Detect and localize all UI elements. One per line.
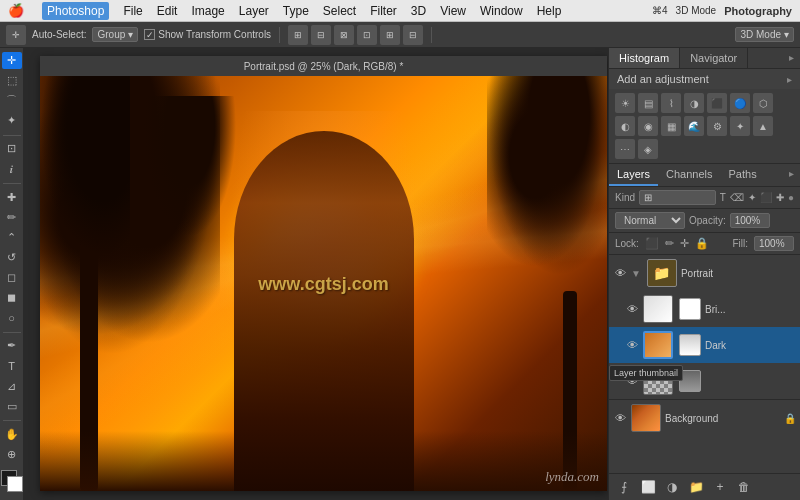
workspace-label[interactable]: Photography [724,5,792,17]
tab-histogram[interactable]: Histogram [609,48,680,68]
add-style-btn[interactable]: ⨍ [615,478,633,496]
adjustments-header: Add an adjustment ▸ [609,69,800,89]
blend-mode-select[interactable]: Normal [615,212,685,229]
adj-colorlookup-icon[interactable]: 🌊 [684,116,704,136]
layer-bg-name: Background [665,413,780,424]
panel-menu-arrow[interactable]: ▸ [783,48,800,68]
blend-opacity-row: Normal Opacity: 100% [609,209,800,233]
add-fill-btn[interactable]: ◑ [663,478,681,496]
menu-help[interactable]: Help [537,4,562,18]
layer-thumbnail-tooltip: Layer thumbnail [609,365,683,381]
pen-tool[interactable]: ✒ [2,337,22,354]
adj-colorbalance-icon[interactable]: ⬡ [753,93,773,113]
adj-levels-icon[interactable]: ▤ [638,93,658,113]
brush-tool[interactable]: ✏ [2,209,22,226]
adj-selective-icon[interactable]: ◈ [638,139,658,159]
adj-photofilter-icon[interactable]: ◉ [638,116,658,136]
zoom-tool[interactable]: ⊕ [2,446,22,463]
filter-type-dropdown[interactable]: ⊞ [639,190,716,205]
layers-menu-arrow[interactable]: ▸ [783,164,800,186]
menu-window[interactable]: Window [480,4,523,18]
group-portrait-header[interactable]: 👁 ▼ 📁 Portrait [609,255,800,291]
fill-value[interactable]: 100% [754,236,794,251]
background-color[interactable] [7,476,23,492]
canvas-image[interactable]: www.cgtsj.com lynda.com [40,76,607,491]
apple-menu[interactable]: 🍎 [8,3,24,18]
align-center-icon[interactable]: ⊟ [311,25,331,45]
add-layer-btn[interactable]: + [711,478,729,496]
gradient-tool[interactable]: ◼ [2,289,22,306]
adj-invert-icon[interactable]: ⚙ [707,116,727,136]
clone-tool[interactable]: ⌃ [2,229,22,246]
menu-photoshop[interactable]: Photoshop [42,2,109,20]
history-tool[interactable]: ↺ [2,249,22,266]
layer-dark-eye[interactable]: 👁 [625,338,639,352]
layer-background[interactable]: 👁 Background 🔒 [609,400,800,436]
add-group-btn[interactable]: 📁 [687,478,705,496]
text-tool[interactable]: T [2,358,22,375]
menu-edit[interactable]: Edit [157,4,178,18]
adj-exposure-icon[interactable]: ◑ [684,93,704,113]
dodge-tool[interactable]: ○ [2,309,22,326]
tab-layers[interactable]: Layers [609,164,658,186]
eyedropper-tool[interactable]: 𝒊 [2,161,22,178]
align-top-icon[interactable]: ⊡ [357,25,377,45]
align-right-icon[interactable]: ⊠ [334,25,354,45]
move-tool-icon: ✛ [6,25,26,45]
tab-navigator[interactable]: Navigator [680,48,748,68]
adj-channelmix-icon[interactable]: ▦ [661,116,681,136]
adj-threshold-icon[interactable]: ▲ [753,116,773,136]
adj-brightness-icon[interactable]: ☀ [615,93,635,113]
menu-image[interactable]: Image [191,4,224,18]
menu-select[interactable]: Select [323,4,356,18]
crop-tool[interactable]: ⊡ [2,140,22,157]
eraser-tool[interactable]: ◻ [2,269,22,286]
lock-paint-icon[interactable]: ✏ [665,237,674,250]
delete-layer-btn[interactable]: 🗑 [735,478,753,496]
menu-3d[interactable]: 3D [411,4,426,18]
adj-hsl-icon[interactable]: 🔵 [730,93,750,113]
show-transform-checkbox[interactable]: ✓ Show Transform Controls [144,29,271,40]
opacity-value[interactable]: 100% [730,213,770,228]
adj-bw-icon[interactable]: ◐ [615,116,635,136]
path-tool[interactable]: ⊿ [2,378,22,395]
tab-channels[interactable]: Channels [658,164,720,186]
align-middle-icon[interactable]: ⊞ [380,25,400,45]
lynda-watermark: lynda.com [545,469,599,485]
wand-tool[interactable]: ✦ [2,112,22,129]
lock-label: Lock: [615,238,639,249]
selection-tool[interactable]: ⬚ [2,72,22,89]
layer-dark[interactable]: 👁 Dark Layer thumbnail [609,327,800,363]
menu-filter[interactable]: Filter [370,4,397,18]
lock-all-icon[interactable]: 🔒 [695,237,709,250]
auto-select-dropdown[interactable]: Group ▾ [92,27,138,42]
shape-tool[interactable]: ▭ [2,398,22,415]
3d-mode-dropdown[interactable]: 3D Mode ▾ [735,27,794,42]
distribute-icon[interactable]: ⊟ [403,25,423,45]
hand-tool[interactable]: ✋ [2,426,22,443]
lock-move-icon[interactable]: ✛ [680,237,689,250]
group-portrait-arrow[interactable]: ▼ [631,268,641,279]
adj-posterize-icon[interactable]: ✦ [730,116,750,136]
group-portrait-eye[interactable]: 👁 [613,266,627,280]
adj-gradient-icon[interactable]: ⋯ [615,139,635,159]
layer-bg-eye[interactable]: 👁 [613,411,627,425]
menu-view[interactable]: View [440,4,466,18]
layer-bri-eye[interactable]: 👁 [625,302,639,316]
move-tool[interactable]: ✛ [2,52,22,69]
adj-vibrance-icon[interactable]: ⬛ [707,93,727,113]
align-left-icon[interactable]: ⊞ [288,25,308,45]
healing-tool[interactable]: ✚ [2,189,22,206]
menu-type[interactable]: Type [283,4,309,18]
adj-curves-icon[interactable]: ⌇ [661,93,681,113]
menu-file[interactable]: File [123,4,142,18]
menu-layer[interactable]: Layer [239,4,269,18]
lock-transparent-icon[interactable]: ⬛ [645,237,659,250]
menu-right-m4: ⌘4 [652,5,668,16]
add-mask-btn[interactable]: ⬜ [639,478,657,496]
lasso-tool[interactable]: ⌒ [2,92,22,109]
layer-bri[interactable]: 👁 Bri... [609,291,800,327]
filter-toggle[interactable]: ● [788,192,794,203]
tab-paths[interactable]: Paths [721,164,765,186]
adjustments-menu[interactable]: ▸ [787,74,792,85]
